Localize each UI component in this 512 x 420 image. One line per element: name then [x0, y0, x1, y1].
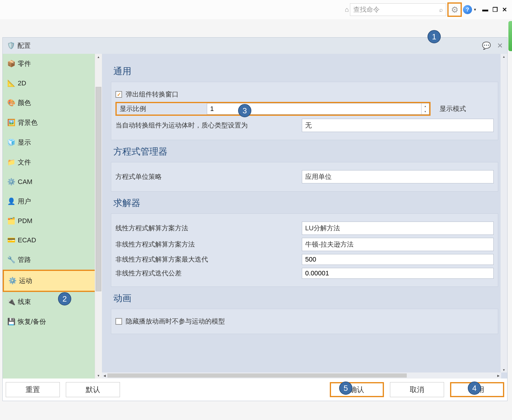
- sidebar-item-motion[interactable]: ⚙️ 运动: [3, 270, 102, 292]
- sidebar-item-file[interactable]: 📁 文件: [3, 152, 102, 172]
- max-iter-label: 非线性方程式解算方案最大迭代: [115, 255, 296, 264]
- sidebar-item-label: CAM: [18, 178, 32, 186]
- sidebar-item-label: 零件: [18, 59, 31, 68]
- max-iter-input[interactable]: [302, 254, 494, 265]
- wire-icon: 🔌: [7, 298, 15, 306]
- sidebar-item-cam[interactable]: ⚙️ CAM: [3, 172, 102, 192]
- settings-button-highlight: ⚙: [447, 2, 462, 17]
- sidebar-item-pdm[interactable]: 🗂️ PDM: [3, 211, 102, 231]
- right-edge-tab[interactable]: [508, 21, 512, 51]
- sidebar-scroll-thumb[interactable]: [96, 87, 101, 291]
- scroll-right-icon[interactable]: ▶: [496, 374, 501, 377]
- section-animation: 隐藏播放动画时不参与运动的模型: [111, 309, 498, 334]
- scroll-left-icon[interactable]: ◀: [102, 374, 107, 377]
- scroll-down-icon[interactable]: ▼: [95, 372, 102, 379]
- search-input[interactable]: [353, 6, 439, 14]
- config-window: 🛡️ 配置 💬 ✕ 📦 零件 📐 2D 🎨 颜色 🖼️ 背景色: [2, 37, 507, 401]
- hide-checkbox-row: 隐藏播放动画时不参与运动的模型: [115, 317, 494, 326]
- gears-icon: ⚙️: [8, 277, 17, 285]
- help-icon[interactable]: ?: [463, 5, 472, 14]
- sidebar-item-label: 背景色: [18, 118, 38, 127]
- sidebar-item-label: 显示: [18, 138, 31, 147]
- reset-button[interactable]: 重置: [6, 382, 60, 397]
- cam-icon: ⚙️: [7, 178, 15, 186]
- help-dropdown-icon[interactable]: ▼: [473, 8, 477, 12]
- spinner-down-icon[interactable]: ▼: [422, 109, 429, 114]
- linear-method-row: 线性方程式解算方案方法 LU分解方法: [115, 222, 494, 235]
- nonlinear-method-select[interactable]: 牛顿-拉夫逊方法: [302, 238, 494, 251]
- section-equation: 方程式单位策略 应用单位: [111, 162, 498, 192]
- content-panel: 通用 弹出组件转换窗口 显示比例 ▲ ▼: [102, 54, 507, 379]
- ruler-icon: 📐: [7, 79, 15, 87]
- sidebar-item-piping[interactable]: 🔧 管路: [3, 250, 102, 270]
- popup-checkbox[interactable]: [115, 91, 122, 98]
- sidebar-item-color[interactable]: 🎨 颜色: [3, 93, 102, 113]
- search-box[interactable]: ⌕: [350, 3, 446, 16]
- spinner-up-icon[interactable]: ▲: [422, 103, 429, 109]
- sidebar-item-parts[interactable]: 📦 零件: [3, 54, 102, 74]
- maximize-icon[interactable]: ❐: [491, 6, 499, 13]
- cancel-button[interactable]: 取消: [390, 382, 444, 397]
- dialog-footer: 重置 默认 确认 取消 应用: [3, 379, 507, 401]
- section-solver-title: 求解器: [113, 197, 498, 209]
- scroll-up-icon[interactable]: ▲: [95, 54, 102, 60]
- sidebar-item-ecad[interactable]: 💳 ECAD: [3, 231, 102, 250]
- content-scrollbar-vertical[interactable]: ▲ ▼: [501, 54, 507, 372]
- default-button[interactable]: 默认: [66, 382, 120, 397]
- scale-label: 显示比例: [117, 103, 207, 115]
- close-window-icon[interactable]: ✕: [501, 6, 508, 13]
- scroll-thumb-horizontal[interactable]: [107, 373, 407, 378]
- annotation-marker-2: 2: [58, 292, 71, 305]
- scroll-down-icon[interactable]: ▼: [501, 367, 507, 372]
- scroll-up-icon[interactable]: ▲: [501, 54, 507, 59]
- sidebar-scrollbar[interactable]: ▲ ▼: [95, 54, 102, 379]
- picture-icon: 🖼️: [7, 118, 15, 127]
- sidebar-item-label: 颜色: [18, 98, 31, 107]
- sidebar-item-2d[interactable]: 📐 2D: [3, 74, 102, 93]
- section-animation-title: 动画: [113, 292, 498, 305]
- backup-icon: 💾: [7, 317, 15, 326]
- tolerance-input[interactable]: [302, 268, 494, 279]
- sidebar: 📦 零件 📐 2D 🎨 颜色 🖼️ 背景色 🧊 显示 📁 文件: [3, 54, 102, 379]
- home-icon[interactable]: ⌂: [345, 6, 349, 14]
- pdm-icon: 🗂️: [7, 217, 15, 225]
- section-general-title: 通用: [113, 65, 498, 78]
- sidebar-item-label: ECAD: [18, 236, 36, 244]
- nonlinear-method-label: 非线性方程式解算方案方法: [115, 240, 296, 249]
- popup-checkbox-label: 弹出组件转换窗口: [126, 90, 179, 99]
- ecad-icon: 💳: [7, 236, 15, 244]
- close-icon[interactable]: ✕: [497, 41, 503, 50]
- top-toolbar: ⌂ ⌕ ⚙ ? ▼ ▬ ❐ ✕: [0, 0, 512, 19]
- scale-row: 显示比例 ▲ ▼ 显示模式: [115, 102, 494, 116]
- annotation-marker-5: 5: [339, 382, 352, 395]
- sidebar-item-background[interactable]: 🖼️ 背景色: [3, 113, 102, 133]
- linear-method-label: 线性方程式解算方案方法: [115, 224, 296, 233]
- auto-convert-select[interactable]: 无: [302, 119, 494, 132]
- minimize-icon[interactable]: ▬: [481, 6, 489, 13]
- nonlinear-method-row: 非线性方程式解算方案方法 牛顿-拉夫逊方法: [115, 238, 494, 251]
- tolerance-row: 非线性方程式迭代公差: [115, 268, 494, 279]
- auto-convert-label: 当自动转换组件为运动体时，质心类型设置为: [115, 121, 296, 130]
- scale-spinner: ▲ ▼: [422, 103, 429, 115]
- sidebar-item-label: 恢复/备份: [18, 317, 46, 326]
- hide-animation-checkbox[interactable]: [115, 318, 122, 325]
- pipe-icon: 🔧: [7, 256, 15, 264]
- sidebar-item-display[interactable]: 🧊 显示: [3, 133, 102, 152]
- sidebar-item-harness[interactable]: 🔌 线束: [3, 292, 102, 312]
- unit-policy-row: 方程式单位策略 应用单位: [115, 170, 494, 183]
- sidebar-item-label: 管路: [18, 255, 31, 264]
- gear-icon[interactable]: ⚙: [451, 5, 458, 15]
- linear-method-select[interactable]: LU分解方法: [302, 222, 494, 235]
- unit-policy-label: 方程式单位策略: [115, 172, 296, 181]
- sidebar-item-label: PDM: [18, 217, 32, 225]
- sidebar-item-backup[interactable]: 💾 恢复/备份: [3, 312, 102, 332]
- popup-checkbox-row: 弹出组件转换窗口: [115, 90, 494, 99]
- sidebar-item-user[interactable]: 👤 用户: [3, 192, 102, 211]
- comment-icon[interactable]: 💬: [482, 41, 491, 50]
- ok-button[interactable]: 确认: [330, 382, 384, 397]
- search-icon[interactable]: ⌕: [439, 6, 443, 13]
- content-scrollbar-horizontal[interactable]: ◀ ▶: [102, 372, 501, 379]
- unit-policy-select[interactable]: 应用单位: [302, 170, 494, 183]
- section-equation-title: 方程式管理器: [113, 146, 498, 158]
- display-mode-label: 显示模式: [440, 104, 494, 113]
